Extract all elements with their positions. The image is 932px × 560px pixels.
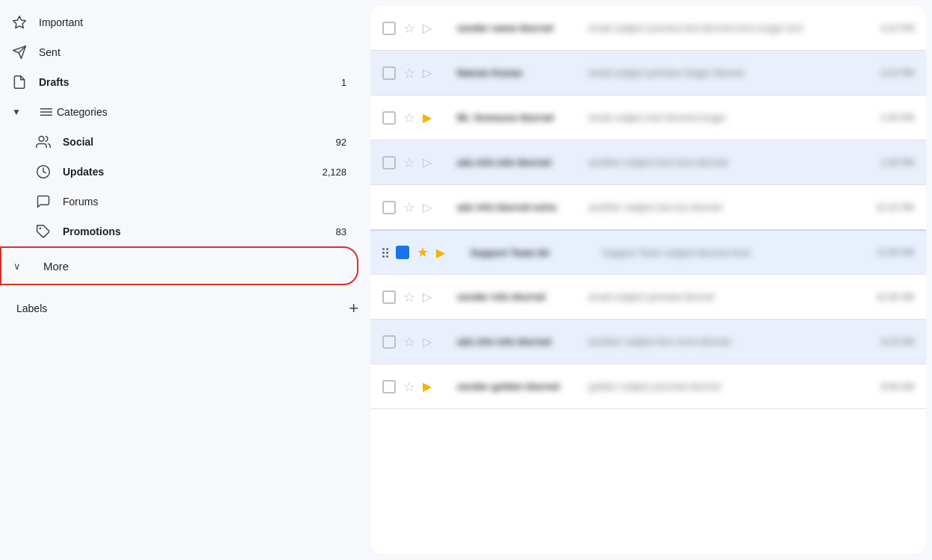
email-subject: another subject line here blurred xyxy=(588,157,872,168)
add-label-button[interactable]: + xyxy=(349,299,358,318)
sidebar-item-important[interactable]: Important xyxy=(0,7,358,37)
email-controls: ☆ ▷ xyxy=(382,289,457,305)
email-star-icon[interactable]: ★ xyxy=(417,244,429,261)
email-row[interactable]: ☆ ▷ ads info blurred extra another subje… xyxy=(370,185,926,230)
email-row[interactable]: ☆ ▶ sender golden blurred golden subject… xyxy=(370,364,926,409)
drafts-icon xyxy=(12,75,39,90)
email-star-icon[interactable]: ☆ xyxy=(403,155,415,171)
email-time: 11:00 AM xyxy=(876,247,914,258)
sidebar-item-drafts[interactable]: Drafts 1 xyxy=(0,67,358,97)
email-controls: ☆ ▶ xyxy=(382,379,457,395)
sidebar-item-updates[interactable]: Updates 2,128 xyxy=(0,157,358,187)
email-star-icon[interactable]: ☆ xyxy=(403,379,415,395)
categories-icon xyxy=(39,105,57,119)
sidebar-item-forums[interactable]: Forums xyxy=(0,187,358,217)
email-sender: Mr. Someone blurred xyxy=(457,112,577,123)
email-sender: ads info info blurred xyxy=(457,336,577,347)
email-sender: Naman Kumar xyxy=(457,67,577,78)
sidebar-item-sent[interactable]: Sent xyxy=(0,37,358,67)
more-chevron-icon: ∨ xyxy=(13,261,40,272)
email-row[interactable]: ☆ ▷ Naman Kumar email subject preview lo… xyxy=(370,51,926,96)
sidebar-item-social[interactable]: Social 92 xyxy=(0,127,358,157)
email-star-icon[interactable]: ☆ xyxy=(403,289,415,305)
email-important-icon[interactable]: ▷ xyxy=(423,21,432,35)
email-checkbox[interactable] xyxy=(382,111,396,125)
email-checkbox[interactable] xyxy=(382,380,396,393)
sidebar-item-sent-label: Sent xyxy=(39,46,347,58)
labels-section: Labels + xyxy=(0,291,370,326)
email-important-icon[interactable]: ▷ xyxy=(423,155,432,169)
email-subject: another subject line more blurred xyxy=(588,336,872,347)
email-controls: ☆ ▶ xyxy=(382,110,457,126)
email-checkbox[interactable] xyxy=(382,201,396,214)
sent-icon xyxy=(12,45,39,60)
email-controls: ☆ ▷ xyxy=(382,20,457,37)
email-star-icon[interactable]: ☆ xyxy=(403,199,415,216)
email-sender: sender golden blurred xyxy=(457,381,577,392)
updates-icon xyxy=(36,164,63,179)
sidebar-item-drafts-label: Drafts xyxy=(39,76,335,88)
email-checkbox[interactable] xyxy=(382,290,396,304)
sidebar-item-more[interactable]: ∨ More xyxy=(0,246,358,285)
categories-expand-icon: ▼ xyxy=(12,107,39,117)
sidebar-item-categories[interactable]: ▼ Categories xyxy=(0,97,358,127)
email-checkbox[interactable] xyxy=(382,335,396,349)
sidebar-item-social-count: 92 xyxy=(336,137,347,148)
email-subject: another subject line too blurred xyxy=(588,202,867,213)
email-sender: ads info info blurred xyxy=(457,157,577,168)
email-subject: golden subject preview blurred xyxy=(588,381,872,392)
sidebar-item-social-label: Social xyxy=(63,136,330,148)
email-important-icon[interactable]: ▷ xyxy=(423,200,432,214)
email-star-icon[interactable]: ☆ xyxy=(403,65,415,81)
labels-title: Labels xyxy=(16,302,349,314)
sidebar-item-promotions[interactable]: Promotions 83 xyxy=(0,217,358,246)
email-time: 8:00 AM xyxy=(881,382,914,392)
email-row[interactable]: ☆ ▷ sender name blurred email subject pr… xyxy=(370,6,926,51)
email-row[interactable]: ☆ ▶ Mr. Someone blurred email subject te… xyxy=(370,96,926,140)
email-subject: email subject preview text blurred here … xyxy=(588,22,872,34)
sidebar-item-important-label: Important xyxy=(39,16,347,28)
email-important-icon[interactable]: ▶ xyxy=(423,111,432,125)
email-important-icon[interactable]: ▶ xyxy=(436,246,445,260)
svg-point-2 xyxy=(40,228,42,230)
email-row[interactable]: ★ ▶ Support Team blr Support Team subjec… xyxy=(370,230,926,275)
important-icon xyxy=(12,15,39,30)
email-time: 12:15 PM xyxy=(876,202,914,213)
email-important-icon[interactable]: ▷ xyxy=(423,66,432,80)
email-subject: Support Team subject blurred here xyxy=(602,247,867,258)
email-list: ☆ ▷ sender name blurred email subject pr… xyxy=(370,6,926,554)
sidebar-item-categories-label: Categories xyxy=(57,106,347,118)
email-star-icon[interactable]: ☆ xyxy=(403,110,415,126)
email-checkbox[interactable] xyxy=(382,22,396,35)
email-important-icon[interactable]: ▷ xyxy=(423,290,432,304)
social-icon xyxy=(36,134,63,149)
email-time: 2:45 PM xyxy=(880,113,914,123)
email-important-icon[interactable]: ▶ xyxy=(423,379,432,393)
email-star-icon[interactable]: ☆ xyxy=(403,334,415,350)
email-sender: Support Team blr xyxy=(470,247,590,258)
email-checkbox[interactable] xyxy=(382,66,396,80)
email-row[interactable]: ☆ ▷ ads info info blurred another subjec… xyxy=(370,320,926,364)
sidebar-item-more-label: More xyxy=(43,260,69,273)
email-checkbox[interactable] xyxy=(382,156,396,169)
forums-icon xyxy=(36,194,63,209)
promotions-icon xyxy=(36,224,63,239)
email-row[interactable]: ☆ ▷ ads info info blurred another subjec… xyxy=(370,140,926,185)
sidebar-item-updates-label: Updates xyxy=(63,166,316,178)
sidebar-item-forums-label: Forums xyxy=(63,196,347,208)
email-important-icon[interactable]: ▷ xyxy=(423,335,432,349)
sidebar-item-promotions-count: 83 xyxy=(336,226,347,237)
email-checkbox[interactable] xyxy=(396,246,409,259)
email-star-icon[interactable]: ☆ xyxy=(403,20,415,37)
email-sender: sender name blurred xyxy=(457,22,577,34)
email-sender: ads info blurred extra xyxy=(457,202,577,213)
svg-point-0 xyxy=(39,137,44,142)
email-sender: sender info blurred xyxy=(457,291,577,302)
sidebar-item-promotions-label: Promotions xyxy=(63,225,330,237)
email-controls: ★ ▶ xyxy=(396,244,470,261)
sidebar: Important Sent Drafts 1 ▼ xyxy=(0,0,370,560)
email-time: 1:30 PM xyxy=(880,158,914,168)
email-row[interactable]: ☆ ▷ sender info blurred email subject pr… xyxy=(370,275,926,320)
drag-handle[interactable] xyxy=(382,248,391,257)
sidebar-item-drafts-count: 1 xyxy=(341,77,347,88)
